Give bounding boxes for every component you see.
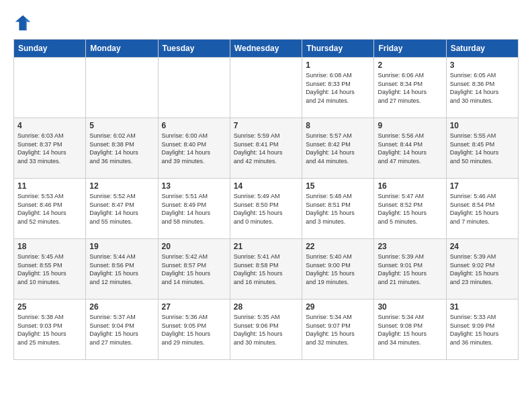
calendar-cell: 14Sunrise: 5:49 AM Sunset: 8:50 PM Dayli… (230, 179, 302, 239)
calendar-cell (86, 58, 158, 118)
day-number: 19 (89, 242, 154, 251)
calendar-cell: 12Sunrise: 5:52 AM Sunset: 8:47 PM Dayli… (86, 179, 158, 239)
day-info: Sunrise: 6:03 AM Sunset: 8:37 PM Dayligh… (17, 132, 82, 165)
calendar-cell: 5Sunrise: 6:02 AM Sunset: 8:38 PM Daylig… (86, 118, 158, 179)
day-info: Sunrise: 5:49 AM Sunset: 8:50 PM Dayligh… (234, 192, 298, 226)
day-info: Sunrise: 5:38 AM Sunset: 9:03 PM Dayligh… (17, 313, 82, 347)
calendar-cell: 17Sunrise: 5:46 AM Sunset: 8:54 PM Dayli… (446, 179, 518, 239)
day-info: Sunrise: 5:47 AM Sunset: 8:52 PM Dayligh… (378, 192, 442, 226)
day-number: 29 (306, 302, 370, 312)
weekday-header: Friday (374, 40, 446, 58)
calendar-cell: 9Sunrise: 5:56 AM Sunset: 8:44 PM Daylig… (374, 118, 446, 179)
day-info: Sunrise: 5:44 AM Sunset: 8:56 PM Dayligh… (89, 253, 154, 286)
weekday-header: Saturday (446, 40, 518, 58)
calendar-cell: 10Sunrise: 5:55 AM Sunset: 8:45 PM Dayli… (446, 118, 518, 179)
day-number: 28 (234, 302, 298, 312)
day-info: Sunrise: 5:55 AM Sunset: 8:45 PM Dayligh… (450, 132, 515, 165)
day-number: 25 (17, 302, 82, 312)
calendar-cell: 11Sunrise: 5:53 AM Sunset: 8:46 PM Dayli… (14, 179, 86, 239)
calendar-cell: 1Sunrise: 6:08 AM Sunset: 8:33 PM Daylig… (302, 58, 374, 118)
day-number: 26 (89, 302, 154, 312)
day-info: Sunrise: 5:45 AM Sunset: 8:55 PM Dayligh… (17, 253, 82, 286)
day-number: 3 (450, 60, 515, 70)
day-number: 15 (306, 181, 370, 191)
day-info: Sunrise: 5:59 AM Sunset: 8:41 PM Dayligh… (234, 132, 298, 165)
calendar-cell: 19Sunrise: 5:44 AM Sunset: 8:56 PM Dayli… (86, 239, 158, 300)
day-info: Sunrise: 5:36 AM Sunset: 9:05 PM Dayligh… (162, 313, 226, 347)
day-number: 7 (234, 121, 298, 130)
logo (13, 13, 35, 32)
weekday-header: Monday (86, 40, 158, 58)
calendar-cell: 6Sunrise: 6:00 AM Sunset: 8:40 PM Daylig… (158, 118, 230, 179)
day-number: 24 (450, 242, 515, 251)
weekday-header: Wednesday (230, 40, 302, 58)
weekday-header: Sunday (14, 40, 86, 58)
day-number: 14 (234, 181, 298, 191)
calendar-cell: 28Sunrise: 5:35 AM Sunset: 9:06 PM Dayli… (230, 300, 302, 360)
day-info: Sunrise: 5:40 AM Sunset: 9:00 PM Dayligh… (306, 253, 370, 286)
day-info: Sunrise: 5:41 AM Sunset: 8:58 PM Dayligh… (234, 253, 298, 286)
calendar-cell: 27Sunrise: 5:36 AM Sunset: 9:05 PM Dayli… (158, 300, 230, 360)
day-number: 1 (306, 60, 370, 70)
day-info: Sunrise: 5:52 AM Sunset: 8:47 PM Dayligh… (89, 192, 154, 226)
day-info: Sunrise: 6:08 AM Sunset: 8:33 PM Dayligh… (306, 71, 370, 105)
day-info: Sunrise: 5:33 AM Sunset: 9:09 PM Dayligh… (450, 313, 515, 347)
day-info: Sunrise: 5:51 AM Sunset: 8:49 PM Dayligh… (162, 192, 226, 226)
weekday-header: Tuesday (158, 40, 230, 58)
day-number: 21 (234, 242, 298, 251)
day-number: 16 (378, 181, 442, 191)
calendar-cell: 31Sunrise: 5:33 AM Sunset: 9:09 PM Dayli… (446, 300, 518, 360)
calendar-cell: 4Sunrise: 6:03 AM Sunset: 8:37 PM Daylig… (14, 118, 86, 179)
day-info: Sunrise: 5:39 AM Sunset: 9:02 PM Dayligh… (450, 253, 515, 286)
calendar-cell: 25Sunrise: 5:38 AM Sunset: 9:03 PM Dayli… (14, 300, 86, 360)
day-info: Sunrise: 5:39 AM Sunset: 9:01 PM Dayligh… (378, 253, 442, 286)
day-info: Sunrise: 5:56 AM Sunset: 8:44 PM Dayligh… (378, 132, 442, 165)
calendar-cell: 3Sunrise: 6:05 AM Sunset: 8:36 PM Daylig… (446, 58, 518, 118)
day-number: 6 (162, 121, 226, 130)
calendar-week-row: 18Sunrise: 5:45 AM Sunset: 8:55 PM Dayli… (14, 239, 519, 300)
day-number: 9 (378, 121, 442, 130)
day-number: 2 (378, 60, 442, 70)
day-info: Sunrise: 5:34 AM Sunset: 9:07 PM Dayligh… (306, 313, 370, 347)
calendar: SundayMondayTuesdayWednesdayThursdayFrid… (13, 39, 519, 360)
day-number: 31 (450, 302, 515, 312)
day-number: 27 (162, 302, 226, 312)
calendar-cell: 7Sunrise: 5:59 AM Sunset: 8:41 PM Daylig… (230, 118, 302, 179)
calendar-cell: 13Sunrise: 5:51 AM Sunset: 8:49 PM Dayli… (158, 179, 230, 239)
day-number: 10 (450, 121, 515, 130)
day-number: 22 (306, 242, 370, 251)
day-number: 12 (89, 181, 154, 191)
day-info: Sunrise: 5:46 AM Sunset: 8:54 PM Dayligh… (450, 192, 515, 226)
day-info: Sunrise: 6:05 AM Sunset: 8:36 PM Dayligh… (450, 71, 515, 105)
calendar-cell: 22Sunrise: 5:40 AM Sunset: 9:00 PM Dayli… (302, 239, 374, 300)
calendar-week-row: 4Sunrise: 6:03 AM Sunset: 8:37 PM Daylig… (14, 118, 519, 179)
weekday-header: Thursday (302, 40, 374, 58)
day-info: Sunrise: 5:35 AM Sunset: 9:06 PM Dayligh… (234, 313, 298, 347)
calendar-cell: 26Sunrise: 5:37 AM Sunset: 9:04 PM Dayli… (86, 300, 158, 360)
day-info: Sunrise: 5:48 AM Sunset: 8:51 PM Dayligh… (306, 192, 370, 226)
calendar-cell: 30Sunrise: 5:34 AM Sunset: 9:08 PM Dayli… (374, 300, 446, 360)
day-info: Sunrise: 5:42 AM Sunset: 8:57 PM Dayligh… (162, 253, 226, 286)
day-number: 4 (17, 121, 82, 130)
day-number: 30 (378, 302, 442, 312)
day-number: 23 (378, 242, 442, 251)
calendar-cell: 24Sunrise: 5:39 AM Sunset: 9:02 PM Dayli… (446, 239, 518, 300)
calendar-cell: 15Sunrise: 5:48 AM Sunset: 8:51 PM Dayli… (302, 179, 374, 239)
calendar-cell (14, 58, 86, 118)
calendar-cell: 8Sunrise: 5:57 AM Sunset: 8:42 PM Daylig… (302, 118, 374, 179)
day-number: 18 (17, 242, 82, 251)
day-number: 20 (162, 242, 226, 251)
calendar-week-row: 25Sunrise: 5:38 AM Sunset: 9:03 PM Dayli… (14, 300, 519, 360)
day-number: 17 (450, 181, 515, 191)
day-info: Sunrise: 5:34 AM Sunset: 9:08 PM Dayligh… (378, 313, 442, 347)
calendar-week-row: 11Sunrise: 5:53 AM Sunset: 8:46 PM Dayli… (14, 179, 519, 239)
day-info: Sunrise: 5:57 AM Sunset: 8:42 PM Dayligh… (306, 132, 370, 165)
calendar-cell (230, 58, 302, 118)
calendar-cell: 21Sunrise: 5:41 AM Sunset: 8:58 PM Dayli… (230, 239, 302, 300)
day-info: Sunrise: 6:02 AM Sunset: 8:38 PM Dayligh… (89, 132, 154, 165)
svg-marker-0 (15, 15, 30, 30)
calendar-cell: 2Sunrise: 6:06 AM Sunset: 8:34 PM Daylig… (374, 58, 446, 118)
day-info: Sunrise: 5:53 AM Sunset: 8:46 PM Dayligh… (17, 192, 82, 226)
day-info: Sunrise: 5:37 AM Sunset: 9:04 PM Dayligh… (89, 313, 154, 347)
day-info: Sunrise: 6:00 AM Sunset: 8:40 PM Dayligh… (162, 132, 226, 165)
